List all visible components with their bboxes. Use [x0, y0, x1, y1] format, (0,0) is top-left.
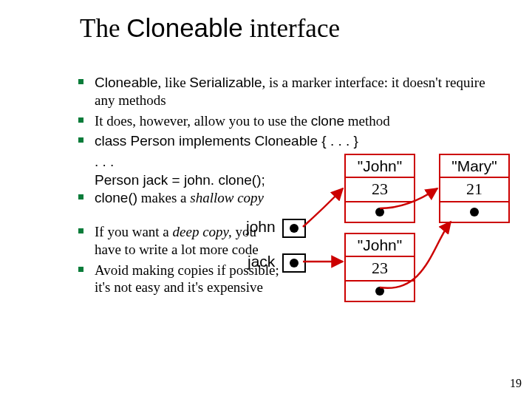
person1-ref-dot: [375, 208, 384, 216]
person2-ref-dot: [470, 208, 479, 216]
b3-code: class Person implements Cloneable { . . …: [95, 133, 358, 149]
person2-box: "Mary" 21: [439, 154, 510, 223]
code-block: . . . Person jack = john. clone();: [78, 153, 492, 189]
title-code: Cloneable: [126, 13, 243, 42]
slide: The Cloneable interface Cloneable, like …: [0, 0, 532, 399]
b5-em: deep copy,: [173, 224, 232, 239]
page-number: 19: [510, 377, 522, 390]
bullet-4: clone() makes a shallow copy: [78, 189, 492, 207]
b4-code: clone(): [95, 190, 137, 205]
jack-label: jack: [248, 253, 275, 270]
b4-em: shallow copy: [190, 190, 264, 205]
title-pre: The: [80, 14, 126, 43]
person1clone-box: "John" 23: [344, 233, 415, 302]
bullet-2: It does, however, allow you to use the c…: [78, 112, 492, 130]
jack-ref-dot: [290, 259, 299, 267]
person1-age: 23: [346, 178, 414, 202]
jack-ref-box: [282, 253, 306, 273]
b1-code1: Cloneable: [95, 75, 158, 90]
b2-txt2: method: [344, 113, 390, 129]
slide-title: The Cloneable interface: [80, 13, 340, 44]
john-ref-dot: [290, 224, 299, 233]
b2-code: clone: [311, 113, 344, 129]
person1clone-age: 23: [346, 257, 414, 281]
person2-name: "Mary": [440, 155, 508, 178]
person1clone-ref-cell: [346, 282, 414, 301]
person1clone-name: "John": [346, 234, 414, 257]
code-line-2: Person jack = john. clone();: [95, 171, 492, 190]
john-ref-box: [282, 219, 306, 238]
b1-code2: Serializable: [189, 75, 262, 90]
b5-txt1: If you want a: [95, 224, 173, 239]
john-label: john: [246, 218, 276, 236]
code-line-1: . . .: [95, 153, 492, 171]
b1-txt1: , like: [158, 75, 190, 90]
person2-age: 21: [440, 178, 508, 202]
b2-txt1: It does, however, allow you to use the: [95, 113, 311, 129]
person2-ref-cell: [440, 202, 508, 222]
title-post: interface: [243, 14, 340, 43]
person1-name: "John": [346, 155, 414, 178]
person1clone-ref-dot: [375, 287, 384, 296]
b4-txt1: makes a: [137, 190, 190, 205]
person1-ref-cell: [346, 202, 414, 222]
bullet-1: Cloneable, like Serializable, is a marke…: [78, 74, 492, 109]
bullet-3: class Person implements Cloneable { . . …: [78, 132, 492, 150]
person1-box: "John" 23: [344, 154, 415, 223]
